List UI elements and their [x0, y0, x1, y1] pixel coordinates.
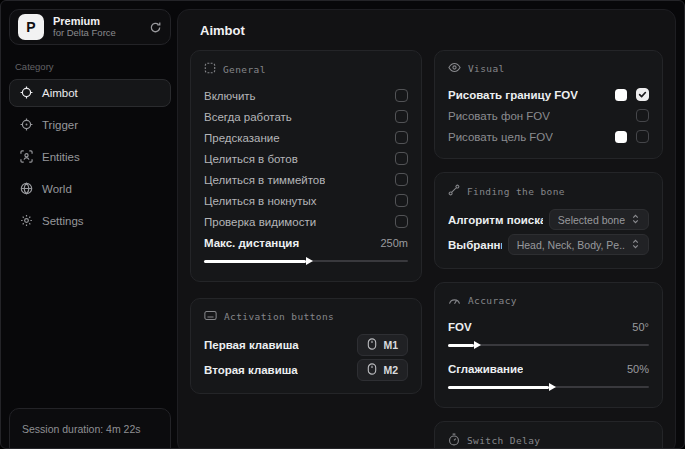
bone-card: Finding the bone Алгоритм поиска кост Se… [434, 172, 663, 269]
page-title: Aimbot [200, 23, 675, 38]
sidebar-item-trigger[interactable]: Trigger [9, 111, 171, 139]
session-duration: Session duration: 4m 22s [22, 423, 158, 435]
checkbox[interactable] [395, 152, 408, 165]
visual-row: Рисовать цель FOV [448, 126, 649, 147]
crosshair-icon [20, 86, 33, 101]
setting-row: Включить [204, 85, 408, 106]
visual-label: Рисовать границу FOV [448, 89, 578, 101]
brand-logo: P [18, 14, 44, 40]
chevron-up-down-icon [631, 239, 640, 251]
visual-row: Рисовать фон FOV [448, 105, 649, 126]
bone-label: Алгоритм поиска кост [448, 214, 543, 226]
sidebar: P Premium for Delta Force Category Aimbo… [9, 9, 171, 448]
brand-title: Premium [53, 15, 140, 28]
activation-card: Activation buttons Первая клавиша M1 [190, 298, 422, 394]
smoothing-row: Сглаживание 50% [448, 358, 649, 379]
keybind-button-m2[interactable]: M2 [357, 359, 408, 381]
checkbox[interactable] [395, 194, 408, 207]
fov-slider[interactable] [448, 340, 649, 350]
sidebar-item-aimbot[interactable]: Aimbot [9, 79, 171, 107]
max-distance-slider[interactable] [204, 256, 408, 266]
sidebar-item-label: Entities [42, 151, 80, 163]
select-value: Head, Neck, Body, Pe.. [517, 239, 625, 251]
setting-label: Включить [204, 90, 256, 102]
activation-header: Activation buttons [204, 310, 408, 323]
bone-header: Finding the bone [448, 184, 649, 198]
smoothing-slider[interactable] [448, 382, 649, 392]
general-card: General Включить Всегда работать Предска… [190, 50, 422, 282]
sidebar-item-entities[interactable]: Entities [9, 143, 171, 171]
checkbox[interactable] [395, 215, 408, 228]
setting-label: Проверка видимости [204, 216, 316, 228]
keybind-button-m1[interactable]: M1 [357, 334, 408, 356]
fov-label: FOV [448, 321, 472, 333]
color-swatch[interactable] [615, 89, 627, 101]
visual-label: Рисовать цель FOV [448, 131, 553, 143]
setting-row: Предсказание [204, 127, 408, 148]
setting-row: Проверка видимости [204, 211, 408, 232]
sidebar-item-label: Settings [42, 215, 84, 227]
slider-fill[interactable] [448, 386, 549, 389]
gear-icon [20, 214, 33, 229]
max-distance-row: Макс. дистанция 250m [204, 232, 408, 253]
checkbox[interactable] [636, 109, 649, 122]
setting-label: Предсказание [204, 132, 280, 144]
smoothing-label: Сглаживание [448, 363, 523, 375]
stopwatch-icon [448, 433, 460, 448]
app-window: P Premium for Delta Force Category Aimbo… [0, 0, 685, 449]
setting-label: Всегда работать [204, 111, 292, 123]
keyboard-icon [204, 310, 217, 323]
sidebar-item-settings[interactable]: Settings [9, 207, 171, 235]
left-column: General Включить Всегда работать Предска… [190, 50, 422, 407]
slider-fill[interactable] [204, 260, 306, 263]
checkbox[interactable] [395, 89, 408, 102]
keybind-value: M2 [383, 364, 398, 376]
checkbox[interactable] [395, 131, 408, 144]
selected-bones-select[interactable]: Head, Neck, Body, Pe.. [508, 234, 649, 255]
setting-row: Всегда работать [204, 106, 408, 127]
setting-row: Целиться в тиммейтов [204, 169, 408, 190]
visual-controls [615, 88, 649, 101]
section-title: Switch Delay [467, 435, 540, 446]
sidebar-item-world[interactable]: World [9, 175, 171, 203]
setting-row: Целиться в нокнутых [204, 190, 408, 211]
select-value: Selected bone [558, 214, 625, 226]
bone-algorithm-select[interactable]: Selected bone [549, 209, 649, 230]
checkbox[interactable] [636, 130, 649, 143]
slider-fill[interactable] [448, 344, 474, 347]
chevron-up-down-icon [631, 214, 640, 226]
setting-label: Целиться в ботов [204, 153, 298, 165]
checkbox[interactable] [395, 110, 408, 123]
section-title: General [223, 64, 266, 75]
switch-delay-header: Switch Delay [448, 433, 649, 448]
smoothing-value: 50% [627, 363, 649, 375]
visual-controls [636, 109, 649, 122]
setting-row: Целиться в ботов [204, 148, 408, 169]
globe-icon [20, 182, 33, 197]
eye-icon [448, 62, 461, 75]
trigger-icon [20, 118, 33, 133]
gauge-icon [448, 294, 461, 307]
right-column: Visual Рисовать границу FOV [434, 50, 663, 449]
brand-subtitle: for Delta Force [53, 28, 140, 39]
max-distance-label: Макс. дистанция [204, 237, 299, 249]
main-panel: Aimbot General Включить [177, 9, 676, 449]
sidebar-item-label: World [42, 183, 72, 195]
bone-label: Выбранные кос [448, 239, 502, 251]
color-swatch[interactable] [615, 131, 627, 143]
general-header: General [204, 62, 408, 76]
scan-icon [204, 62, 216, 76]
checkbox[interactable] [636, 88, 649, 101]
setting-label: Целиться в нокнутых [204, 195, 317, 207]
fov-row: FOV 50° [448, 316, 649, 337]
section-title: Visual [468, 63, 505, 74]
refresh-icon[interactable] [149, 21, 162, 34]
checkbox[interactable] [395, 173, 408, 186]
keybind-row: Вторая клавиша M2 [204, 357, 408, 382]
sidebar-item-label: Trigger [42, 119, 78, 131]
visual-label: Рисовать фон FOV [448, 110, 550, 122]
keybind-label: Первая клавиша [204, 339, 299, 351]
brand-card: P Premium for Delta Force [9, 9, 171, 45]
brand-text: Premium for Delta Force [53, 15, 140, 39]
switch-delay-card: Switch Delay Задержка переключения Задер… [434, 421, 663, 449]
